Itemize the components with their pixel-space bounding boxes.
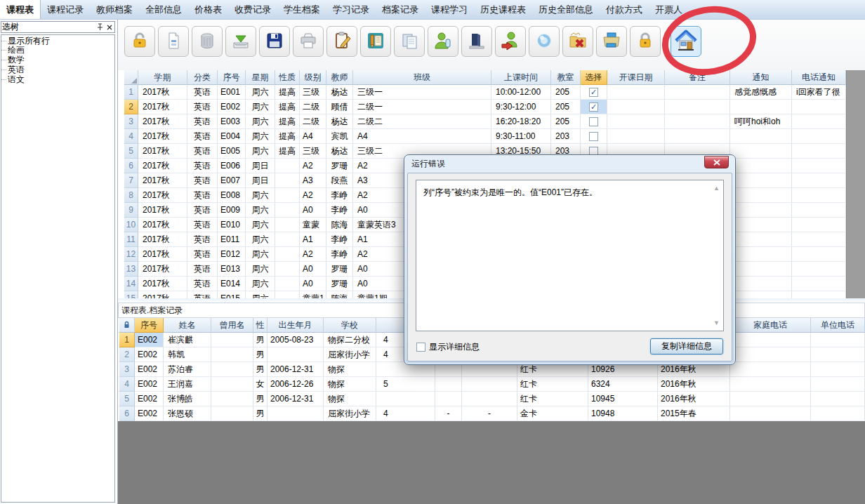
main-table-cell[interactable] [730,129,792,144]
bottom-table-cell[interactable]: 2006-12-26 [268,377,324,392]
main-table-cell[interactable]: A0 [300,262,326,277]
checkbox-icon[interactable] [589,88,598,97]
scroll-down-icon[interactable]: ▼ [713,319,720,326]
main-table-cell[interactable]: A4 [300,129,326,144]
main-table-cell[interactable] [275,247,300,262]
main-table-cell[interactable]: 周六 [246,188,275,203]
bottom-table-cell[interactable]: - [462,406,517,421]
bottom-table-header-13[interactable]: 家庭电话 [730,318,811,333]
main-table-cell[interactable] [730,188,792,203]
bottom-table-cell[interactable] [211,406,253,421]
main-table-cell[interactable] [792,218,846,232]
main-table-cell[interactable]: 2017秋 [138,159,187,173]
main-table-cell[interactable] [730,277,792,291]
main-table-cell[interactable]: 杨达 [326,114,353,129]
main-table-cell[interactable]: 英语 [187,144,218,159]
main-table-cell[interactable]: 周六 [246,262,275,277]
bottom-table-header-1[interactable]: 序号 [135,318,164,333]
main-table-cell[interactable]: E002 [218,100,246,114]
main-table-cell[interactable] [730,144,792,159]
bottom-table-header-6[interactable]: 学校 [324,318,376,333]
main-table-cell[interactable]: 英语 [187,85,218,100]
main-table-cell[interactable]: 周日 [246,159,275,173]
row-number[interactable]: 5 [124,144,138,159]
main-table-cell[interactable] [607,114,665,129]
row-number[interactable]: 6 [124,159,138,173]
bottom-table-cell[interactable] [211,377,253,392]
main-table-cell[interactable]: 英语 [187,203,218,218]
main-table-cell[interactable]: 英语 [187,247,218,262]
bottom-table-cell[interactable]: 10945 [588,392,658,406]
main-table-cell[interactable]: E003 [218,114,246,129]
bottom-table-cell[interactable]: 2015年春 [658,406,730,421]
main-table-cell[interactable]: 2017秋 [138,173,187,188]
close-panel-icon[interactable] [105,22,114,32]
main-table-cell[interactable] [665,100,730,114]
tree-item-4[interactable]: 语文 [1,74,114,84]
main-table-cell[interactable]: 罗珊 [326,277,353,291]
main-table-cell[interactable]: 英语 [187,218,218,232]
main-table-cell[interactable]: 英语 [187,100,218,114]
show-details-checkbox[interactable] [416,343,425,352]
main-table-cell[interactable]: 2017秋 [138,291,187,298]
bottom-table-cell[interactable]: 男 [253,362,268,377]
main-table-header-0[interactable] [124,70,138,85]
main-table-cell[interactable]: 二级 [300,114,326,129]
copy-details-button[interactable]: 复制详细信息 [650,338,723,354]
main-table-cell[interactable]: 2017秋 [138,144,187,159]
bottom-table-header-0[interactable] [119,318,135,333]
bottom-table-cell[interactable] [435,392,462,406]
main-table-cell[interactable]: E006 [218,159,246,173]
main-table-cell[interactable]: A2 [300,159,326,173]
main-table-cell[interactable]: E007 [218,173,246,188]
bottom-table-cell[interactable]: 韩凯 [164,347,211,362]
main-table-cell[interactable] [275,159,300,173]
bottom-table-cell[interactable]: 张恩硕 [164,406,211,421]
tree-item-1[interactable]: 绘画 [1,45,114,55]
main-table-cell[interactable] [792,173,846,188]
main-table-cell[interactable]: 二级二 [353,114,491,129]
bottom-table-cell[interactable]: 2006-12-31 [268,362,324,377]
main-table-cell[interactable]: 周日 [246,173,275,188]
main-table-cell[interactable] [275,291,300,298]
main-table-header-1[interactable]: 学期 [138,70,187,85]
row-number[interactable]: 3 [124,114,138,129]
main-table-cell[interactable] [607,129,665,144]
main-table-cell[interactable]: i回家看了很 [792,85,846,100]
main-table-cell[interactable]: 李峥 [326,232,353,247]
bottom-table-cell[interactable] [730,377,811,392]
unlock-button[interactable] [124,26,155,57]
row-number[interactable]: 15 [124,291,138,298]
bottom-table-cell[interactable]: 4 [376,406,435,421]
menu-tab-2[interactable]: 教师档案 [90,0,139,19]
bottom-table-cell[interactable]: E002 [135,347,164,362]
bottom-table-header-14[interactable]: 单位电话 [811,318,865,333]
bottom-table-cell[interactable] [435,377,462,392]
row-number[interactable]: 11 [124,232,138,247]
main-table-cell[interactable] [730,100,792,114]
main-table-cell[interactable] [730,232,792,247]
main-table-cell[interactable] [792,291,846,298]
menu-tab-11[interactable]: 历史全部信息 [532,0,600,19]
main-table-cell[interactable]: 感觉感慨感 [730,85,792,100]
main-table-cell[interactable] [792,277,846,291]
row-number[interactable]: 6 [119,406,135,421]
main-table-cell[interactable]: 9:30-11:00 [491,129,551,144]
bottom-table-cell[interactable]: 屈家街小学 [324,347,376,362]
copier-button[interactable] [596,26,627,57]
main-table-cell[interactable]: 10:00-12:00 [491,85,551,100]
main-table-cell[interactable]: 2017秋 [138,247,187,262]
row-number[interactable]: 2 [124,100,138,114]
bottom-table-cell[interactable]: E002 [135,362,164,377]
bottom-table-cell[interactable]: 2005-08-23 [268,333,324,347]
main-table-cell[interactable]: 2017秋 [138,232,187,247]
main-table-cell[interactable]: A2 [300,247,326,262]
main-table-cell[interactable] [792,203,846,218]
main-table-cell[interactable]: E014 [218,277,246,291]
main-table-cell[interactable] [792,188,846,203]
main-table-cell[interactable]: 杨达 [326,144,353,159]
menu-tab-10[interactable]: 历史课程表 [474,0,532,19]
main-table-cell[interactable]: E013 [218,262,246,277]
tree-item-3[interactable]: 英语 [1,65,114,74]
main-table-cell[interactable] [275,277,300,291]
